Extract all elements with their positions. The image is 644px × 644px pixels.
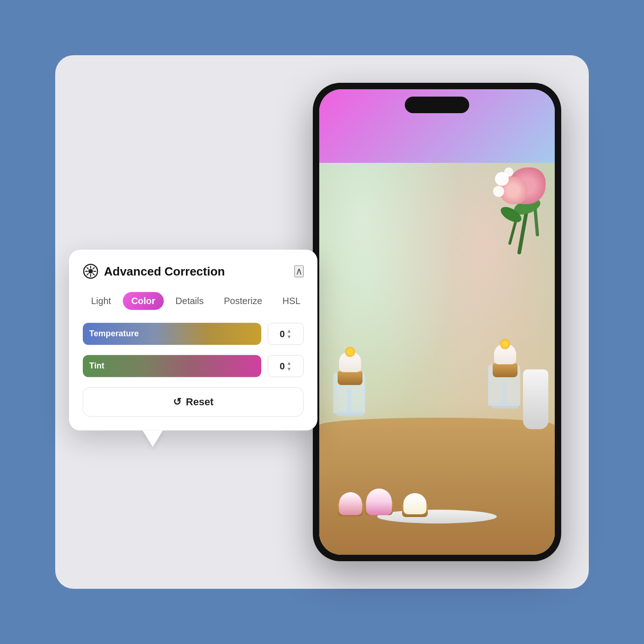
phone-image-area: [319, 163, 555, 555]
tint-slider-container: Tint 0 ▲ ▼: [83, 355, 304, 377]
tint-up-arrow[interactable]: ▲: [287, 361, 292, 366]
stand-stem-2: [502, 382, 506, 405]
flower-cluster: [454, 163, 555, 301]
temperature-slider-container: Temperature 0 ▲ ▼: [83, 323, 304, 345]
panel-icon: [83, 264, 98, 279]
cupcake-plate-right: [402, 504, 428, 517]
panel-header: Advanced Correction ∧: [83, 264, 304, 279]
frosting-1: [339, 351, 361, 372]
phone-screen: [319, 89, 555, 555]
tab-light[interactable]: Light: [83, 292, 119, 310]
tint-value-box: 0 ▲ ▼: [268, 355, 304, 377]
panel-title-group: Advanced Correction: [83, 264, 225, 279]
tab-hsl[interactable]: HSL: [274, 292, 309, 310]
panel-title: Advanced Correction: [104, 264, 225, 278]
phone-mockup: [313, 83, 561, 561]
temperature-spinner[interactable]: ▲ ▼: [287, 328, 292, 339]
plate-area: [328, 510, 546, 523]
advanced-correction-panel: Advanced Correction ∧ Light Color Detail…: [69, 250, 317, 431]
temperature-up-arrow[interactable]: ▲: [287, 328, 292, 334]
stand-base-2: [491, 403, 519, 408]
tint-value: 0: [280, 361, 285, 371]
temperature-row: Temperature 0 ▲ ▼: [83, 323, 304, 345]
tint-label: Tint: [89, 361, 104, 371]
tabs-container: Light Color Details Posterize HSL: [83, 292, 304, 310]
temperature-label: Temperature: [89, 329, 139, 339]
blossom-2: [493, 186, 504, 197]
temperature-value-box: 0 ▲ ▼: [268, 323, 304, 345]
main-card: Advanced Correction ∧ Light Color Detail…: [55, 55, 589, 589]
cupcake-base-1: [338, 371, 362, 385]
stand-stem-1: [347, 390, 351, 413]
frosting-2: [494, 344, 516, 364]
phone-notch: [405, 97, 469, 113]
tint-spinner[interactable]: ▲ ▼: [287, 361, 292, 372]
cupcake-stand-left: [333, 372, 365, 414]
reset-button[interactable]: ↺ Reset: [83, 387, 304, 417]
flower-top-1: [345, 347, 355, 357]
tab-details[interactable]: Details: [167, 292, 212, 310]
reset-icon: ↺: [173, 396, 181, 408]
reset-label: Reset: [186, 396, 213, 408]
flower-top-2: [500, 339, 510, 349]
table-surface: [319, 418, 555, 555]
collapse-button[interactable]: ∧: [294, 265, 304, 277]
tab-color[interactable]: Color: [123, 292, 163, 310]
plate: [377, 510, 497, 523]
temperature-down-arrow[interactable]: ▼: [287, 334, 292, 339]
stand-base-1: [336, 411, 364, 416]
scene-background: [319, 163, 555, 555]
cupcake-plate-middle: [365, 501, 393, 515]
svg-point-1: [88, 269, 93, 274]
tint-row: Tint 0 ▲ ▼: [83, 355, 304, 377]
temperature-track[interactable]: Temperature: [83, 323, 261, 345]
tab-posterize[interactable]: Posterize: [216, 292, 270, 310]
cupcake-stand-right: [488, 364, 520, 406]
blossom-3: [504, 167, 513, 177]
tint-down-arrow[interactable]: ▼: [287, 367, 292, 372]
vase: [523, 369, 548, 429]
cupcake-base-2: [493, 363, 518, 377]
tint-track[interactable]: Tint: [83, 355, 261, 377]
temperature-value: 0: [280, 328, 285, 339]
cupcake-plate-left: [338, 503, 363, 516]
panel-tooltip-arrow: [143, 431, 163, 447]
